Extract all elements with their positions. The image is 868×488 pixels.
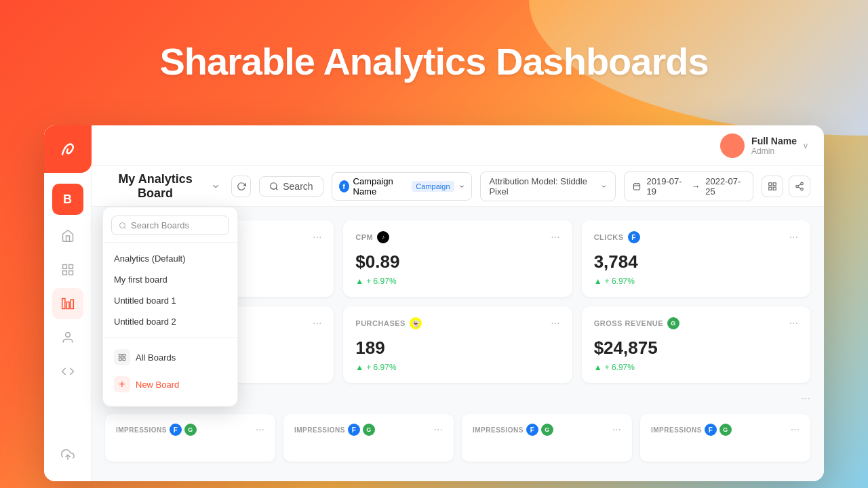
sidebar-nav <box>44 220 91 387</box>
svg-rect-17 <box>769 187 772 190</box>
new-board-label: New Board <box>136 380 179 390</box>
sidebar: B <box>44 125 92 481</box>
bc-fb-0: f <box>170 424 182 436</box>
dropdown-item-untitled-2[interactable]: Untitled board 2 <box>103 311 237 332</box>
bottom-card-2: IMPRESSIONS f G ··· <box>462 414 632 462</box>
date-arrow: → <box>691 181 700 191</box>
svg-rect-16 <box>773 182 776 185</box>
board-title-text: My Analytics Board <box>105 172 205 201</box>
card-change-clicks: ▲+ 6.97% <box>594 277 798 286</box>
grid-view-button[interactable] <box>762 176 783 197</box>
svg-rect-18 <box>773 187 776 190</box>
user-info: Full Name Admin v <box>720 134 808 158</box>
card-value-clicks: 3,784 <box>594 251 798 272</box>
bc-fb-2: f <box>526 424 538 436</box>
card-menu-cpm[interactable]: ··· <box>551 231 559 243</box>
dropdown-new-board-item[interactable]: + New Board <box>103 371 237 398</box>
attribution-text: Attribution Model: Stiddle Pixel <box>489 176 595 197</box>
user-chevron-icon[interactable]: v <box>804 141 808 150</box>
bottom-card-label-1: IMPRESSIONS f G <box>294 424 375 436</box>
svg-line-22 <box>798 186 801 188</box>
metric-card-cpm: CPM ♪ ··· $0.89 ▲+ 6.97% <box>343 220 572 297</box>
svg-rect-1 <box>68 265 73 269</box>
attribution-button[interactable]: Attribution Model: Stiddle Pixel <box>480 171 616 201</box>
svg-line-23 <box>798 184 801 185</box>
platform-snap-purchases: 👻 <box>410 317 422 329</box>
all-boards-icon <box>114 349 130 365</box>
bottom-card-menu-1[interactable]: ··· <box>434 424 443 436</box>
svg-rect-15 <box>769 182 772 185</box>
search-button[interactable]: Search <box>259 176 323 197</box>
sidebar-bottom <box>52 439 83 481</box>
svg-line-10 <box>276 188 278 190</box>
bottom-card-menu-0[interactable]: ··· <box>256 424 264 436</box>
svg-rect-2 <box>62 271 66 275</box>
svg-point-24 <box>120 222 125 228</box>
platform-google-revenue: G <box>667 317 679 329</box>
svg-point-7 <box>65 333 70 338</box>
user-role: Admin <box>751 146 797 156</box>
search-label: Search <box>283 181 313 192</box>
campaign-tag: Campaign <box>412 181 454 192</box>
metric-card-purchases: PURCHASES 👻 ··· 189 ▲+ 6.97% <box>343 306 572 383</box>
svg-point-21 <box>801 188 804 190</box>
card-change-cpm: ▲+ 6.97% <box>355 277 559 286</box>
date-from: 2019-07-19 <box>646 176 686 197</box>
platform-fb-clicks-icon: f <box>628 231 640 243</box>
card-label-gross-revenue: GROSS REVENUE G <box>594 317 679 329</box>
share-button[interactable] <box>789 176 810 197</box>
campaign-name: Campaign Name <box>353 176 408 197</box>
dropdown-item-untitled-1[interactable]: Untitled board 1 <box>103 290 237 311</box>
sidebar-item-home[interactable] <box>52 220 83 251</box>
svg-rect-28 <box>119 358 122 361</box>
bottom-cards-row: IMPRESSIONS f G ··· IMPRESSIONS f G <box>105 414 810 462</box>
metric-card-gross-revenue: GROSS REVENUE G ··· $24,875 ▲+ 6.97% <box>582 306 810 383</box>
bc-fb-1: f <box>348 424 360 436</box>
svg-point-9 <box>271 182 277 188</box>
bottom-card-menu-2[interactable]: ··· <box>612 424 621 436</box>
dropdown-search-placeholder: Search Boards <box>131 220 189 230</box>
card-menu-purchases[interactable]: ··· <box>551 317 559 329</box>
card-change-purchases: ▲+ 6.97% <box>355 363 559 372</box>
sidebar-item-analytics[interactable] <box>52 288 83 319</box>
bottom-card-menu-3[interactable]: ··· <box>791 424 800 436</box>
svg-rect-4 <box>62 299 64 309</box>
card-menu-ctr[interactable]: ··· <box>313 317 321 329</box>
bottom-card-label-0: IMPRESSIONS f G <box>116 424 197 436</box>
svg-line-25 <box>124 227 125 228</box>
dropdown-all-boards-item[interactable]: All Boards <box>103 344 237 371</box>
user-name: Full Name <box>751 136 797 146</box>
campaign-filter-button[interactable]: f Campaign Name Campaign <box>332 172 473 201</box>
metric-card-clicks: CLICKS f ··· 3,784 ▲+ 6.97% <box>582 220 810 297</box>
sidebar-item-code[interactable] <box>52 356 83 387</box>
hero-title: Sharable Analytics Dashboards <box>0 19 868 97</box>
sidebar-logo <box>44 125 92 173</box>
svg-rect-6 <box>71 300 73 308</box>
sidebar-board-icon[interactable]: B <box>52 184 83 215</box>
sidebar-item-grid[interactable] <box>52 254 83 285</box>
card-menu-clicks[interactable]: ··· <box>789 231 798 243</box>
sidebar-item-users[interactable] <box>52 322 83 353</box>
board-title-button[interactable]: My Analytics Board <box>105 172 220 201</box>
svg-rect-0 <box>62 265 66 269</box>
svg-point-20 <box>796 185 799 188</box>
svg-point-19 <box>801 182 804 185</box>
dropdown-item-first-board[interactable]: My first board <box>103 269 237 290</box>
section-menu[interactable]: ··· <box>802 392 810 405</box>
dropdown-search-field[interactable]: Search Boards <box>111 216 229 235</box>
new-board-plus-icon: + <box>114 376 130 392</box>
date-range-button[interactable]: 2019-07-19 → 2022-07-25 <box>624 171 753 201</box>
svg-rect-26 <box>119 354 122 357</box>
bottom-card-3: IMPRESSIONS f G ··· <box>640 414 810 462</box>
board-dropdown: Search Boards Analytics (Default) My fir… <box>102 207 238 407</box>
card-value-cpm: $0.89 <box>355 251 559 272</box>
dropdown-item-analytics[interactable]: Analytics (Default) <box>103 248 237 269</box>
card-menu-gross-revenue[interactable]: ··· <box>789 317 798 329</box>
refresh-button[interactable] <box>231 176 251 197</box>
card-menu-impressions[interactable]: ··· <box>313 231 321 243</box>
card-change-gross-revenue: ▲+ 6.97% <box>594 363 798 372</box>
user-avatar <box>720 134 745 158</box>
bc-google-2: G <box>541 424 553 436</box>
sidebar-item-upload[interactable] <box>52 439 83 470</box>
dropdown-search-area: Search Boards <box>103 216 237 243</box>
